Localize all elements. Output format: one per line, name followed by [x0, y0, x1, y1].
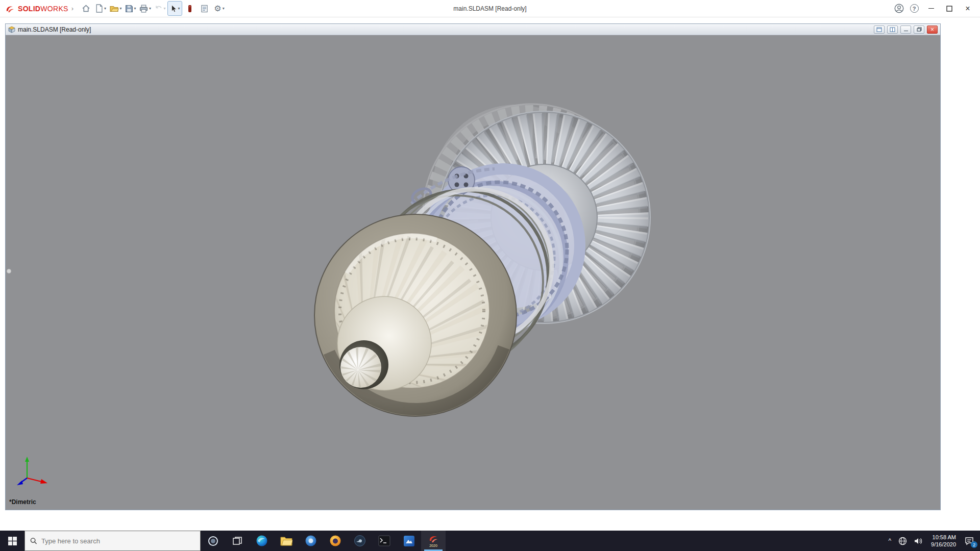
titlebar-right-controls: ? × [891, 1, 977, 17]
open-button[interactable]: ▾ [109, 2, 122, 15]
search-icon [30, 537, 37, 545]
brand-mark-icon [5, 4, 15, 14]
doc-tool-button-b[interactable] [887, 26, 898, 34]
home-icon [82, 4, 90, 13]
doc-close-button[interactable]: × [927, 26, 938, 34]
open-icon [110, 5, 119, 13]
system-tray: ^ 10:58 AM 9/16/2020 [885, 531, 980, 551]
dropdown-caret-icon[interactable]: ▾ [149, 6, 151, 11]
dropdown-caret-icon[interactable]: ▾ [120, 6, 122, 11]
save-button[interactable]: ▾ [124, 2, 137, 15]
orange-circle-app-icon [329, 535, 341, 547]
doc-restore-button[interactable] [914, 26, 924, 34]
viewport-split-icon [890, 27, 895, 32]
restore-icon [946, 6, 952, 12]
save-icon [125, 5, 133, 13]
dark-circle-app-button[interactable] [348, 531, 372, 551]
taskbar-search[interactable] [24, 531, 201, 551]
task-view-button[interactable] [225, 531, 250, 551]
action-center-button[interactable]: 2 [961, 531, 980, 551]
orange-circle-app-button[interactable] [323, 531, 348, 551]
undo-button[interactable]: ▾ [153, 2, 167, 15]
clock-time: 10:58 AM [933, 534, 956, 541]
dropdown-caret-icon[interactable]: ▾ [104, 6, 106, 11]
window-title: main.SLDASM [Read-only] [453, 5, 526, 12]
file-explorer-button[interactable] [274, 531, 299, 551]
account-icon [894, 4, 904, 13]
file-properties-icon [201, 5, 208, 13]
panel-collapse-handle[interactable] [7, 269, 11, 273]
home-button[interactable] [79, 2, 93, 15]
options-button[interactable]: ⚙ ▾ [212, 2, 226, 15]
print-button[interactable]: ▾ [138, 2, 152, 15]
document-titlebar[interactable]: main.SLDASM [Read-only] [6, 24, 940, 35]
search-input[interactable] [41, 537, 195, 545]
blue-circle-app-button[interactable] [299, 531, 323, 551]
network-button[interactable] [895, 531, 911, 551]
network-icon [898, 537, 907, 545]
menu-expand-icon[interactable]: › [69, 5, 79, 12]
terminal-app-button[interactable] [372, 531, 397, 551]
dropdown-caret-icon[interactable]: ▾ [223, 6, 225, 11]
close-icon: × [965, 5, 970, 13]
jet-engine-model[interactable] [6, 35, 940, 510]
tray-expand-icon: ^ [888, 537, 891, 544]
new-document-button[interactable]: ▾ [94, 2, 108, 15]
file-properties-button[interactable] [198, 2, 211, 15]
dropdown-caret-icon[interactable]: ▾ [178, 6, 180, 11]
start-icon [8, 537, 17, 545]
volume-button[interactable] [911, 531, 926, 551]
document-title: main.SLDASM [Read-only] [18, 26, 91, 33]
print-icon [139, 5, 148, 13]
cortana-button[interactable] [201, 531, 225, 551]
file-explorer-icon [280, 535, 292, 546]
orientation-triad [13, 452, 54, 492]
dropdown-caret-icon[interactable]: ▾ [164, 6, 166, 11]
solidworks-app-icon: 2020 [428, 534, 438, 547]
cortana-icon [208, 536, 218, 546]
solidworks-logo: SOLIDWORKS [5, 4, 68, 14]
task-view-icon [233, 536, 242, 546]
viewport-layout-icon [876, 27, 882, 32]
assembly-file-icon [8, 26, 15, 33]
select-button[interactable]: ▾ [168, 2, 182, 15]
volume-icon [914, 537, 923, 545]
help-button[interactable]: ? [906, 1, 922, 16]
red-tool-button[interactable] [183, 2, 197, 15]
graphics-viewport[interactable]: *Dimetric [6, 35, 940, 510]
close-button[interactable]: × [959, 1, 977, 17]
doc-minimize-button[interactable] [900, 26, 911, 34]
dropdown-caret-icon[interactable]: ▾ [134, 6, 136, 11]
clock-date: 9/16/2020 [931, 541, 956, 548]
document-window: main.SLDASM [Read-only] [5, 23, 941, 510]
taskbar-clock[interactable]: 10:58 AM 9/16/2020 [926, 531, 961, 551]
minimize-button[interactable] [922, 1, 940, 17]
edge-icon [256, 535, 268, 547]
blue-square-app-button[interactable] [397, 531, 421, 551]
undo-icon [155, 5, 163, 12]
blue-circle-app-icon [305, 535, 317, 547]
select-arrow-icon [170, 5, 177, 13]
edge-app-button[interactable] [250, 531, 274, 551]
account-button[interactable] [891, 1, 906, 16]
doc-restore-icon [917, 27, 922, 32]
view-orientation-label: *Dimetric [9, 498, 36, 506]
document-window-controls: × [874, 26, 938, 34]
tray-expand-button[interactable]: ^ [885, 531, 895, 551]
blue-square-app-icon [403, 535, 415, 547]
options-gear-icon: ⚙ [214, 5, 221, 13]
start-button[interactable] [0, 531, 24, 551]
restore-button[interactable] [940, 1, 959, 17]
doc-minimize-icon [904, 31, 908, 31]
red-tool-icon [187, 5, 193, 13]
solidworks-app: SOLIDWORKS › ▾ ▾ [0, 0, 980, 551]
doc-close-icon: × [930, 27, 934, 33]
doc-tool-button-a[interactable] [874, 26, 885, 34]
windows-taskbar: 2020 ^ 10:58 AM [0, 531, 980, 551]
brand-text: SOLIDWORKS [18, 5, 68, 13]
mdi-area: main.SLDASM [Read-only] [0, 17, 980, 531]
new-document-icon [95, 4, 103, 13]
minimize-icon [928, 8, 934, 9]
app-titlebar: SOLIDWORKS › ▾ ▾ [0, 0, 980, 17]
solidworks-taskbar-button[interactable]: 2020 [421, 531, 446, 551]
